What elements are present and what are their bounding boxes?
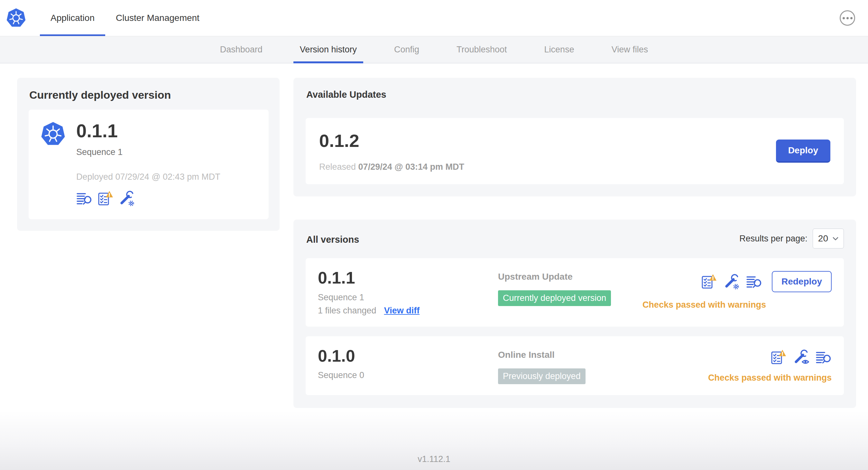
version-source-column: Online Install Previously deployed xyxy=(498,347,708,384)
app-subnav: Dashboard Version history Config Trouble… xyxy=(0,36,868,63)
page-footer: v1.112.1 xyxy=(0,410,868,470)
version-source-column: Upstream Update Currently deployed versi… xyxy=(498,269,643,306)
currently-deployed-version-card: 0.1.1 Sequence 1 Deployed 07/29/24 @ 02:… xyxy=(29,110,269,219)
version-source: Upstream Update xyxy=(498,272,643,282)
version-row-0.1.1: 0.1.1 Sequence 1 1 files changed View di… xyxy=(306,258,844,327)
subtab-troubleshoot[interactable]: Troubleshoot xyxy=(438,36,526,63)
version-source: Online Install xyxy=(498,350,708,360)
view-logs-icon[interactable] xyxy=(746,274,762,290)
tab-cluster-management[interactable]: Cluster Management xyxy=(105,0,210,36)
right-column: Available Updates 0.1.2 Released 07/29/2… xyxy=(293,78,856,408)
results-per-page-select[interactable]: 20 xyxy=(813,229,844,248)
all-versions-card: All versions Results per page: 20 0.1.1 … xyxy=(293,220,856,408)
version-actions-column: Redeploy Checks passed with warnings xyxy=(643,269,832,310)
app-icon xyxy=(40,121,66,147)
console-version: v1.112.1 xyxy=(417,454,451,464)
results-per-page-label: Results per page: xyxy=(739,234,808,244)
available-updates-card: Available Updates 0.1.2 Released 07/29/2… xyxy=(293,78,856,196)
version-actions-column: Checks passed with warnings xyxy=(708,347,832,383)
results-per-page-value: 20 xyxy=(818,233,828,244)
all-versions-header: All versions Results per page: 20 xyxy=(306,229,844,248)
update-version-number: 0.1.2 xyxy=(319,130,464,151)
redeploy-button[interactable]: Redeploy xyxy=(772,271,832,292)
view-logs-icon[interactable] xyxy=(815,349,832,365)
version-sequence: Sequence 0 xyxy=(318,370,498,380)
preflight-checks-warning-icon[interactable] xyxy=(97,190,114,206)
currently-deployed-card: Currently deployed version 0.1.1 Sequenc… xyxy=(17,78,280,231)
view-config-icon[interactable] xyxy=(793,349,809,365)
tab-cluster-management-label: Cluster Management xyxy=(116,13,199,23)
tab-application[interactable]: Application xyxy=(40,0,105,36)
currently-deployed-title: Currently deployed version xyxy=(29,89,269,101)
deploy-button[interactable]: Deploy xyxy=(776,139,830,163)
current-version-deployed-timestamp: Deployed 07/29/24 @ 02:43 pm MDT xyxy=(76,172,220,182)
results-per-page: Results per page: 20 xyxy=(739,229,844,248)
chevron-down-icon xyxy=(833,237,838,240)
checks-status-text: Checks passed with warnings xyxy=(708,373,832,383)
files-changed-row: 1 files changed View diff xyxy=(318,306,498,316)
kubernetes-logo-icon xyxy=(6,8,26,28)
subtab-version-history[interactable]: Version history xyxy=(281,36,375,63)
overflow-menu-button[interactable] xyxy=(840,10,855,26)
version-actions xyxy=(771,349,832,365)
status-badge: Currently deployed version xyxy=(498,290,611,306)
all-versions-title: All versions xyxy=(306,234,359,245)
version-number: 0.1.0 xyxy=(318,347,498,365)
current-version-sequence: Sequence 1 xyxy=(76,147,220,157)
edit-config-icon[interactable] xyxy=(119,190,135,206)
checks-status-text: Checks passed with warnings xyxy=(643,300,766,310)
current-version-number: 0.1.1 xyxy=(76,121,220,141)
top-header: Application Cluster Management xyxy=(0,0,868,36)
subtab-license[interactable]: License xyxy=(526,36,593,63)
version-number: 0.1.1 xyxy=(318,269,498,287)
left-column: Currently deployed version 0.1.1 Sequenc… xyxy=(17,78,280,231)
update-released-timestamp: Released 07/29/24 @ 03:14 pm MDT xyxy=(319,162,464,172)
ellipsis-icon xyxy=(843,17,845,19)
preflight-checks-warning-icon[interactable] xyxy=(771,349,786,365)
version-row-0.1.0: 0.1.0 Sequence 0 Online Install Previous… xyxy=(306,336,844,395)
available-updates-title: Available Updates xyxy=(306,89,844,100)
tab-application-label: Application xyxy=(51,13,95,23)
current-version-actions xyxy=(76,190,220,206)
preflight-checks-warning-icon[interactable] xyxy=(701,274,717,290)
version-actions: Redeploy xyxy=(701,271,832,292)
version-row-info: 0.1.0 Sequence 0 xyxy=(318,347,498,381)
version-row-info: 0.1.1 Sequence 1 1 files changed View di… xyxy=(318,269,498,316)
current-version-info: 0.1.1 Sequence 1 Deployed 07/29/24 @ 02:… xyxy=(76,121,220,206)
available-update-info: 0.1.2 Released 07/29/24 @ 03:14 pm MDT xyxy=(319,130,464,172)
top-nav: Application Cluster Management xyxy=(40,0,210,36)
edit-config-icon[interactable] xyxy=(723,274,740,290)
subtab-view-files[interactable]: View files xyxy=(593,36,667,63)
subtab-config[interactable]: Config xyxy=(375,36,438,63)
available-update-row: 0.1.2 Released 07/29/24 @ 03:14 pm MDT D… xyxy=(306,118,844,184)
main-content: Currently deployed version 0.1.1 Sequenc… xyxy=(0,63,868,410)
view-logs-icon[interactable] xyxy=(76,190,92,206)
app-root: Application Cluster Management Dashboard… xyxy=(0,0,868,470)
view-diff-link[interactable]: View diff xyxy=(384,306,420,316)
status-badge: Previously deployed xyxy=(498,368,586,384)
subtab-dashboard[interactable]: Dashboard xyxy=(202,36,281,63)
files-changed-count: 1 files changed xyxy=(318,306,376,316)
version-sequence: Sequence 1 xyxy=(318,293,498,303)
